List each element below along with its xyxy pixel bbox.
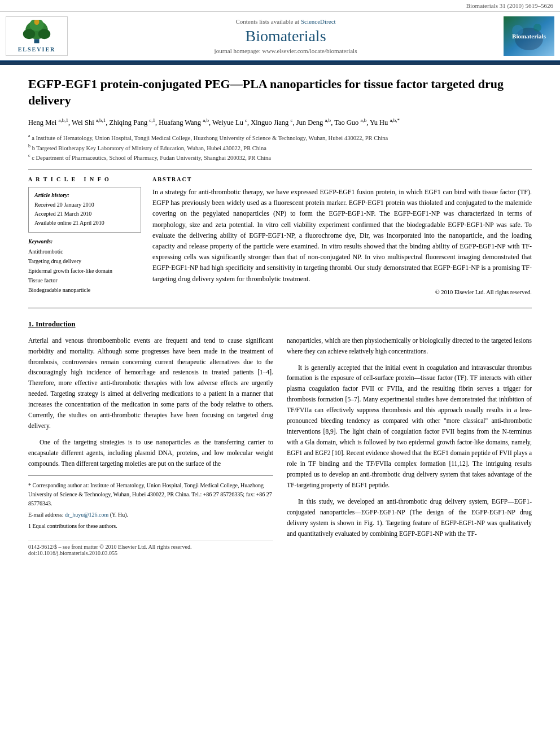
journal-header: ELSEVIER Contents lists available at Sci…: [0, 12, 560, 62]
citation-bar: Biomaterials 31 (2010) 5619–5626: [0, 0, 560, 12]
keyword-2: Targeting drug delivery: [28, 256, 141, 266]
section-divider: [28, 308, 532, 308]
footer-doi: doi:10.1016/j.biomaterials.2010.03.055: [28, 550, 273, 556]
abstract-text: In a strategy for anti-thrombotic therap…: [152, 187, 532, 297]
footnote-area: * Corresponding author at: Institute of …: [28, 475, 273, 531]
elsevier-tree-icon: [14, 20, 59, 45]
main-content: EGFP-EGF1 protein-conjugated PEG—PLA nan…: [0, 65, 560, 567]
keywords-label: Keywords:: [28, 238, 141, 244]
intro-para2: One of the targeting strategies is to us…: [28, 437, 273, 469]
journal-homepage: journal homepage: www.elsevier.com/locat…: [79, 47, 492, 54]
body-right-col: nanoparticles, which are then physiochem…: [287, 335, 532, 557]
footnote-equal: 1 Equal contributions for these authors.: [28, 522, 273, 531]
affiliations: a a Institute of Hematology, Union Hospi…: [28, 133, 532, 162]
svg-rect-0: [34, 39, 40, 43]
intro-para5: In this study, we developed an anti-thro…: [287, 496, 532, 539]
intro-para4: It is generally accepted that the initia…: [287, 362, 532, 491]
received-date: Received 20 January 2010 Accepted 21 Mar…: [34, 200, 135, 228]
keyword-3: Epidermal growth factor-like domain: [28, 266, 141, 276]
sciencedirect-anchor[interactable]: ScienceDirect: [301, 18, 336, 25]
footer-bar: 0142-9612/$ – see front matter © 2010 El…: [28, 540, 273, 556]
elsevier-logo: ELSEVIER: [6, 16, 68, 56]
svg-point-2: [23, 29, 36, 39]
footnote-email: E-mail address: dr_huyu@126.comE-mail ad…: [28, 510, 273, 519]
affiliation-b: b b Targeted Biotherapy Key Laboratory o…: [28, 143, 532, 152]
body-left-col: Arterial and venous thromboembolic event…: [28, 335, 273, 557]
elsevier-text: ELSEVIER: [18, 46, 56, 53]
citation-text: Biomaterials 31 (2010) 5619–5626: [466, 2, 553, 9]
copyright-text: © 2010 Elsevier Ltd. All rights reserved…: [152, 288, 532, 298]
info-abstract-section: A R T I C L E I N F O Article history: R…: [28, 176, 532, 297]
footer-issn: 0142-9612/$ – see front matter © 2010 El…: [28, 544, 273, 550]
keyword-4: Tissue factor: [28, 276, 141, 285]
article-info-label: A R T I C L E I N F O: [28, 176, 141, 182]
journal-title-header: Biomaterials: [79, 27, 492, 45]
article-title: EGFP-EGF1 protein-conjugated PEG—PLA nan…: [28, 76, 532, 108]
affiliation-a: a a Institute of Hematology, Union Hospi…: [28, 133, 532, 142]
affiliation-c: c c Department of Pharmaceutics, School …: [28, 152, 532, 162]
journal-center: Contents lists available at ScienceDirec…: [68, 18, 504, 54]
authors-line: Heng Mei a,b,1, Wei Shi a,b,1, Zhiqing P…: [28, 116, 532, 128]
introduction-section: 1. Introduction Arterial and venous thro…: [28, 320, 532, 557]
svg-point-3: [38, 29, 51, 39]
article-history-box: Article history: Received 20 January 201…: [28, 187, 141, 233]
article-info-col: A R T I C L E I N F O Article history: R…: [28, 176, 141, 297]
authors-text: Heng Mei a,b,1, Wei Shi a,b,1, Zhiqing P…: [28, 119, 400, 126]
abstract-col: ABSTRACT In a strategy for anti-thrombot…: [152, 176, 532, 297]
email-link[interactable]: dr_huyu@126.com: [65, 512, 108, 518]
biomaterials-badge: Biomaterials: [504, 16, 554, 56]
header-divider: [28, 169, 532, 169]
keyword-5: Biodegradable nanoparticle: [28, 285, 141, 295]
body-two-col: Arterial and venous thromboembolic event…: [28, 335, 532, 557]
abstract-paragraph: In a strategy for anti-thrombotic therap…: [152, 187, 532, 285]
history-label: Article history:: [34, 192, 135, 198]
intro-para1: Arterial and venous thromboembolic event…: [28, 335, 273, 432]
contents-label: Contents lists available at: [235, 18, 299, 25]
intro-body-left: Arterial and venous thromboembolic event…: [28, 335, 273, 470]
abstract-label: ABSTRACT: [152, 176, 532, 182]
keyword-1: Antithrombotic: [28, 247, 141, 256]
keywords-box: Keywords: Antithrombotic Targeting drug …: [28, 238, 141, 295]
footnote-star: * Corresponding author at: Institute of …: [28, 481, 273, 508]
badge-text: Biomaterials: [510, 30, 548, 42]
intro-title: 1. Introduction: [28, 320, 532, 329]
intro-body-right: nanoparticles, which are then physiochem…: [287, 335, 532, 539]
sciencedirect-link[interactable]: Contents lists available at ScienceDirec…: [79, 18, 492, 25]
intro-para3: nanoparticles, which are then physiochem…: [287, 335, 532, 357]
